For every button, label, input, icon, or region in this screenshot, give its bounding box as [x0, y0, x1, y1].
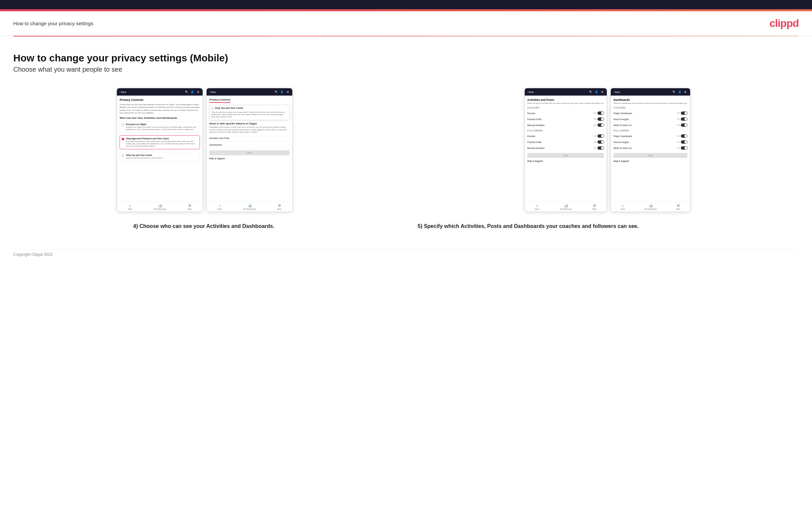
followers-manual-on: ON [594, 147, 597, 149]
toggle-followers-manual-switch[interactable]: ON [594, 146, 604, 150]
chevron-activities-icon: › [289, 137, 290, 140]
menu-label-3: Menu [593, 208, 597, 210]
option-followers-desc: Only approved followers and coaches you … [126, 140, 198, 147]
toggle-followers-player-switch[interactable]: ON [677, 134, 688, 138]
toggle-coaches-drills: Practice Drills ON [527, 116, 604, 122]
screen1-title: Privacy Controls [119, 98, 200, 102]
save-button-4[interactable]: Save [613, 153, 688, 158]
option-everyone-label: Everyone on Clippd [126, 123, 198, 125]
bottom-nav-performance-4[interactable]: 📊 My Performance [645, 204, 657, 210]
screen2-wrapper: ‹ Back 🔍 👤 ⚙ Privacy Controls [206, 88, 293, 212]
toggle-coaches-roundinsights-switch[interactable]: ON [677, 117, 688, 121]
home-label-3: Home [535, 208, 539, 210]
screen1-body: Privacy Controls Control how you and you… [117, 96, 203, 202]
radio-circle-coach [121, 154, 124, 157]
bottom-nav-home-1[interactable]: ⌂ Home [128, 204, 132, 210]
bottom-nav-performance-3[interactable]: 📊 My Performance [560, 204, 572, 210]
menu-icon-1: ☰ [188, 204, 191, 207]
bottom-nav-home-2[interactable]: ⌂ Home [217, 204, 222, 210]
caption-left: 4) Choose who can see your Activities an… [13, 219, 395, 230]
help-support-2: Help & Support [209, 157, 290, 160]
bottom-nav-performance-1[interactable]: 📊 My Performance [154, 204, 166, 210]
home-icon-4: ⌂ [622, 204, 624, 207]
toggle-coaches-manual-switch[interactable]: ON [594, 123, 604, 127]
search-icon[interactable]: 🔍 [185, 90, 189, 94]
screen4-wrapper: ‹ Back 🔍 👤 ⚙ Dashboards Select the dashb… [610, 88, 691, 212]
toggle-coaches-workon: What To Work On ON [613, 122, 688, 128]
search-icon-2[interactable]: 🔍 [274, 90, 278, 94]
save-button-3[interactable]: Save [527, 153, 604, 158]
person-icon-2[interactable]: 👤 [280, 90, 284, 94]
save-button-2[interactable]: Save [209, 150, 290, 155]
radio-option-everyone[interactable]: Everyone on Clippd Everyone on Clippd ca… [119, 121, 200, 133]
bottom-nav-performance-2[interactable]: 📊 My Performance [244, 204, 256, 210]
bottom-nav-menu-4[interactable]: ☰ Menu [676, 204, 680, 210]
popup-box: Only You and Your Coach Only you and the… [209, 105, 290, 120]
followers-workon-label: What To Work On [613, 147, 632, 149]
toggle-coaches-player-switch[interactable]: ON [677, 111, 688, 115]
performance-icon-4: 📊 [649, 204, 653, 207]
screen3-body: Activities and Posts Select the types of… [525, 96, 607, 202]
home-icon-1: ⌂ [129, 204, 131, 207]
toggle-coaches-rounds: Rounds ON [527, 110, 604, 116]
bottom-nav-home-4[interactable]: ⌂ Home [621, 204, 625, 210]
popup-radio-row: Only You and Your Coach [211, 107, 288, 110]
settings-icon[interactable]: ⚙ [196, 90, 200, 94]
captions-row: 4) Choose who can see your Activities an… [13, 219, 799, 230]
page-heading: How to change your privacy settings (Mob… [13, 52, 799, 64]
toggle-followers-workon-switch[interactable]: ON [677, 146, 688, 150]
bottom-nav-menu-1[interactable]: ☰ Menu [188, 204, 192, 210]
toggle-coaches-drills-switch[interactable]: ON [594, 117, 604, 121]
person-icon[interactable]: 👤 [190, 90, 194, 94]
option-followers-label: Only Approved Followers and Your Coach [126, 137, 198, 140]
menu-activities-label: Activities and Posts [209, 137, 230, 139]
toggle-followers-drills-switch[interactable]: ON [594, 140, 604, 144]
radio-option-followers[interactable]: Only Approved Followers and Your Coach O… [119, 135, 200, 149]
option-followers-content: Only Approved Followers and Your Coach O… [126, 137, 198, 147]
followers-rounds-on: ON [594, 135, 597, 137]
toggle-coaches-player: Player Dashboard ON [613, 110, 688, 116]
home-icon-2: ⌂ [218, 204, 220, 207]
screen3-wrapper: ‹ Back 🔍 👤 ⚙ Activities and Posts Select… [524, 88, 607, 212]
screen3-back[interactable]: ‹ Back [527, 91, 534, 93]
bottom-nav-home-3[interactable]: ⌂ Home [535, 204, 539, 210]
menu-dashboards-label: Dashboards [209, 144, 222, 146]
content-row: ‹ Back 🔍 👤 ⚙ Privacy Controls Control ho… [13, 88, 799, 212]
toggle-followers-rounds-switch[interactable]: ON [594, 134, 604, 138]
performance-icon-3: 📊 [564, 204, 568, 207]
search-icon-3[interactable]: 🔍 [589, 90, 593, 94]
screen4-back[interactable]: ‹ Back [613, 91, 620, 93]
radio-circle-everyone [121, 123, 124, 126]
settings-icon-3[interactable]: ⚙ [600, 90, 604, 94]
toggle-coaches-rounds-switch[interactable]: ON [594, 111, 604, 115]
toggle-followers-roundinsights-switch[interactable]: ON [677, 140, 688, 144]
popup-radio [211, 107, 214, 110]
followers-drills-pill [598, 140, 604, 144]
home-label-4: Home [621, 208, 625, 210]
followers-manual-pill [598, 146, 604, 150]
toggle-coaches-workon-switch[interactable]: ON [677, 123, 688, 127]
menu-row-dashboards[interactable]: Dashboards › [209, 142, 290, 148]
settings-icon-4[interactable]: ⚙ [683, 90, 688, 94]
screen2-back[interactable]: ‹ Back [209, 91, 216, 93]
section-body-title: Show or hide specific features in Clippd [209, 122, 290, 125]
bottom-nav-menu-2[interactable]: ☰ Menu [277, 204, 282, 210]
coaches-roundinsights-pill [681, 117, 688, 121]
toggle-followers-drills: Practice Drills ON [527, 139, 604, 145]
person-icon-4[interactable]: 👤 [678, 90, 682, 94]
person-icon-3[interactable]: 👤 [595, 90, 599, 94]
footer-divider [13, 250, 799, 250]
privacy-tab: Privacy Controls [209, 98, 231, 103]
screen1-bottom: ⌂ Home 📊 My Performance ☰ Menu [117, 202, 203, 212]
screen1-back[interactable]: ‹ Back [119, 91, 126, 93]
popup-text: Only you and the coaches you connect wit… [211, 111, 288, 118]
search-icon-4[interactable]: 🔍 [672, 90, 676, 94]
radio-option-coach[interactable]: Only You and Your Coach Only you and the… [119, 152, 200, 161]
settings-icon-2[interactable]: ⚙ [286, 90, 290, 94]
menu-row-activities[interactable]: Activities and Posts › [209, 135, 290, 142]
coaches-workon-pill [681, 123, 688, 127]
bottom-nav-menu-3[interactable]: ☰ Menu [593, 204, 597, 210]
menu-icon-4: ☰ [677, 204, 680, 207]
page-subheading: Choose what you want people to see [13, 66, 799, 73]
screen3-bottom: ⌂ Home 📊 My Performance ☰ Menu [525, 202, 607, 212]
